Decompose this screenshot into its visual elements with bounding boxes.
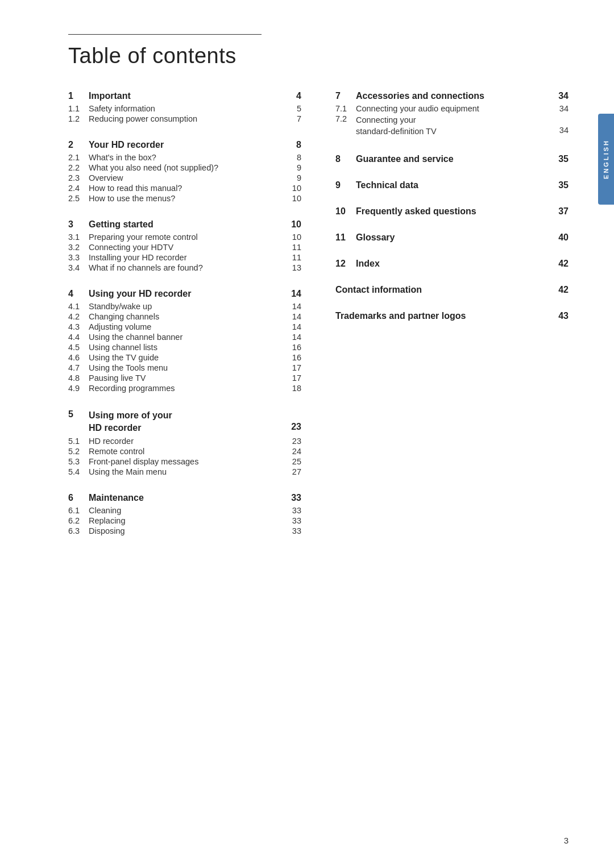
item-3-1-num: 3.1 <box>68 232 89 242</box>
toc-section-9: 9 Technical data 35 <box>335 180 569 190</box>
item-4-8-page: 17 <box>284 373 301 383</box>
item-4-6-num: 4.6 <box>68 353 89 362</box>
item-4-6-title: Using the TV guide <box>89 353 284 362</box>
toc-section-1: 1 Important 4 1.1 Safety information 5 1… <box>68 91 301 124</box>
section-8-header: 8 Guarantee and service 35 <box>335 154 569 164</box>
item-6-1-page: 33 <box>284 506 301 515</box>
toc-item-4-2: 4.2 Changing channels 14 <box>68 312 301 322</box>
item-4-1-num: 4.1 <box>68 302 89 311</box>
section-9-page: 35 <box>551 180 569 190</box>
section-11-header: 11 Glossary 40 <box>335 232 569 243</box>
language-tab-label: ENGLISH <box>603 139 609 179</box>
section-11-page: 40 <box>551 232 569 243</box>
item-4-7-title: Using the Tools menu <box>89 363 284 372</box>
toc-item-4-4: 4.4 Using the channel banner 14 <box>68 332 301 342</box>
item-4-3-title: Adjusting volume <box>89 322 284 331</box>
item-5-3-title: Front-panel display messages <box>89 457 284 466</box>
top-rule <box>68 34 262 35</box>
page-container: Table of contents 1 Important 4 1.1 Safe… <box>0 0 614 868</box>
item-3-3-num: 3.3 <box>68 253 89 262</box>
section-2-header: 2 Your HD recorder 8 <box>68 140 301 150</box>
item-6-3-page: 33 <box>284 526 301 535</box>
section-3-title: Getting started <box>89 219 284 230</box>
item-2-4-num: 2.4 <box>68 184 89 193</box>
section-1-num: 1 <box>68 91 89 101</box>
section-11-title: Glossary <box>356 232 551 243</box>
toc-section-4: 4 Using your HD recorder 14 4.1 Standby/… <box>68 289 301 393</box>
toc-item-1-1: 1.1 Safety information 5 <box>68 103 301 114</box>
item-3-4-title: What if no channels are found? <box>89 263 284 272</box>
toc-item-5-1: 5.1 HD recorder 23 <box>68 436 301 446</box>
section-12-header: 12 Index 42 <box>335 259 569 269</box>
section-6-title: Maintenance <box>89 493 284 503</box>
section-2-num: 2 <box>68 140 89 150</box>
toc-section-10: 10 Frequently asked questions 37 <box>335 206 569 217</box>
trademarks-row: Trademarks and partner logos 43 <box>335 311 569 321</box>
item-4-1-title: Standby/wake up <box>89 302 284 311</box>
item-4-9-num: 4.9 <box>68 384 89 393</box>
item-5-2-page: 24 <box>284 447 301 456</box>
item-5-4-page: 27 <box>284 467 301 476</box>
item-1-2-num: 1.2 <box>68 114 89 123</box>
item-7-1-num: 7.1 <box>335 104 356 113</box>
item-1-1-title: Safety information <box>89 104 284 113</box>
toc-item-4-5: 4.5 Using channel lists 16 <box>68 342 301 352</box>
toc-item-1-2: 1.2 Reducing power consumption 7 <box>68 114 301 124</box>
section-1-title: Important <box>89 91 284 101</box>
section-8-num: 8 <box>335 154 356 164</box>
section-8-page: 35 <box>551 154 569 164</box>
item-6-2-title: Replacing <box>89 516 284 525</box>
item-3-2-title: Connecting your HDTV <box>89 243 284 252</box>
section-12-page: 42 <box>551 259 569 269</box>
item-4-4-title: Using the channel banner <box>89 333 284 342</box>
toc-item-2-2: 2.2 What you also need (not supplied)? 9 <box>68 163 301 173</box>
section-5-header: 5 Using more of yourHD recorder 23 <box>68 409 301 434</box>
item-2-3-title: Overview <box>89 173 284 182</box>
section-9-header: 9 Technical data 35 <box>335 180 569 190</box>
toc-item-5-3: 5.3 Front-panel display messages 25 <box>68 456 301 467</box>
item-7-1-page: 34 <box>551 104 569 113</box>
section-9-num: 9 <box>335 180 356 190</box>
item-3-1-title: Preparing your remote control <box>89 232 284 242</box>
item-2-5-num: 2.5 <box>68 194 89 203</box>
toc-item-2-5: 2.5 How to use the menus? 10 <box>68 193 301 203</box>
item-7-2-num: 7.2 <box>335 114 356 123</box>
section-5-title: Using more of yourHD recorder <box>89 409 284 434</box>
toc-item-2-4: 2.4 How to read this manual? 10 <box>68 183 301 193</box>
item-3-2-page: 11 <box>284 243 301 252</box>
toc-item-4-8: 4.8 Pausing live TV 17 <box>68 373 301 383</box>
item-2-3-page: 9 <box>284 173 301 182</box>
section-7-num: 7 <box>335 91 356 101</box>
toc-item-6-2: 6.2 Replacing 33 <box>68 516 301 526</box>
toc-item-4-1: 4.1 Standby/wake up 14 <box>68 301 301 312</box>
item-6-2-page: 33 <box>284 516 301 525</box>
item-4-5-page: 16 <box>284 343 301 352</box>
page-number: 3 <box>564 836 569 845</box>
section-5-num: 5 <box>68 409 89 420</box>
section-4-num: 4 <box>68 289 89 299</box>
item-7-1-title: Connecting your audio equipment <box>356 104 551 113</box>
item-4-2-page: 14 <box>284 312 301 321</box>
contact-row: Contact information 42 <box>335 285 569 295</box>
section-10-title: Frequently asked questions <box>356 206 551 217</box>
item-5-1-page: 23 <box>284 437 301 446</box>
item-2-1-page: 8 <box>284 153 301 162</box>
toc-section-contact: Contact information 42 <box>335 285 569 295</box>
toc-item-3-1: 3.1 Preparing your remote control 10 <box>68 232 301 242</box>
toc-item-4-7: 4.7 Using the Tools menu 17 <box>68 363 301 373</box>
section-5-page: 23 <box>284 409 301 432</box>
item-1-1-num: 1.1 <box>68 104 89 113</box>
item-5-4-title: Using the Main menu <box>89 467 284 476</box>
section-3-header: 3 Getting started 10 <box>68 219 301 230</box>
item-4-7-num: 4.7 <box>68 363 89 372</box>
toc-item-3-3: 3.3 Installing your HD recorder 11 <box>68 252 301 263</box>
item-5-1-num: 5.1 <box>68 437 89 446</box>
toc-item-4-3: 4.3 Adjusting volume 14 <box>68 322 301 332</box>
section-7-title: Accessories and connections <box>356 91 551 101</box>
item-3-3-title: Installing your HD recorder <box>89 253 284 262</box>
item-4-8-title: Pausing live TV <box>89 373 284 383</box>
item-2-2-title: What you also need (not supplied)? <box>89 163 284 172</box>
item-3-4-page: 13 <box>284 263 301 272</box>
toc-item-5-2: 5.2 Remote control 24 <box>68 446 301 456</box>
item-4-5-num: 4.5 <box>68 343 89 352</box>
